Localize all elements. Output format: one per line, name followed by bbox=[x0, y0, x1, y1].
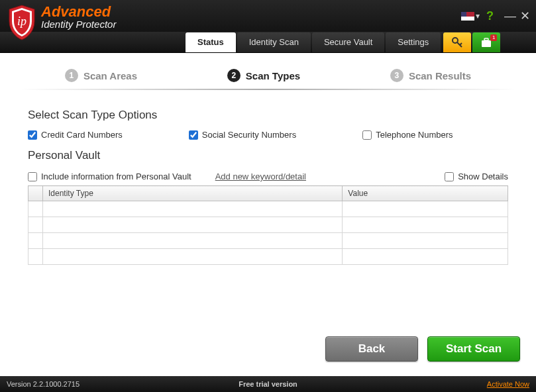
vault-row: Include information from Personal Vault … bbox=[28, 172, 508, 181]
vault-table: Identity Type Value bbox=[28, 185, 508, 265]
cart-button[interactable]: 1 bbox=[472, 32, 500, 52]
brand-subtitle: Identity Protector bbox=[41, 19, 116, 29]
footer-buttons: Back Start Scan bbox=[325, 336, 520, 362]
heading-scan-type: Select Scan Type Options bbox=[28, 109, 508, 122]
svg-text:ip: ip bbox=[17, 15, 27, 28]
svg-rect-2 bbox=[482, 40, 491, 47]
step-scan-types[interactable]: 2 Scan Types bbox=[227, 69, 300, 82]
checkbox-telephone[interactable]: Telephone Numbers bbox=[362, 130, 453, 140]
tabbar: Status Identity Scan Secure Vault Settin… bbox=[0, 32, 536, 53]
key-icon bbox=[451, 36, 464, 49]
brand-title: Advanced bbox=[41, 5, 116, 19]
checkbox-ssn[interactable]: Social Security Numbers bbox=[189, 130, 296, 140]
statusbar: Version 2.2.1000.2715 Free trial version… bbox=[0, 376, 536, 392]
table-row[interactable] bbox=[28, 249, 508, 265]
app-logo: ip Advanced Identity Protector bbox=[0, 0, 116, 32]
checkbox-include-vault[interactable]: Include information from Personal Vault bbox=[28, 172, 191, 181]
language-dropdown[interactable]: ▾ bbox=[476, 11, 480, 21]
svg-rect-3 bbox=[484, 38, 488, 40]
titlebar: ip Advanced Identity Protector ▾ ? — ✕ bbox=[0, 0, 536, 32]
back-button[interactable]: Back bbox=[325, 336, 418, 362]
content-pane: Select Scan Type Options Credit Card Num… bbox=[0, 90, 536, 265]
table-corner bbox=[28, 186, 43, 201]
version-label: Version 2.2.1000.2715 bbox=[7, 380, 80, 388]
key-button[interactable] bbox=[443, 32, 471, 52]
close-button[interactable]: ✕ bbox=[517, 9, 532, 23]
table-row[interactable] bbox=[28, 201, 508, 217]
table-row[interactable] bbox=[28, 217, 508, 233]
checkbox-credit-card[interactable]: Credit Card Numbers bbox=[28, 130, 123, 140]
checkbox-telephone-input[interactable] bbox=[362, 130, 372, 140]
checkbox-show-details-input[interactable] bbox=[445, 172, 454, 181]
table-row[interactable] bbox=[28, 233, 508, 249]
checkbox-show-details[interactable]: Show Details bbox=[445, 172, 508, 181]
tab-secure-vault[interactable]: Secure Vault bbox=[312, 32, 384, 52]
checkbox-credit-card-input[interactable] bbox=[28, 130, 37, 140]
link-add-keyword[interactable]: Add new keyword/detail bbox=[215, 172, 306, 181]
col-value[interactable]: Value bbox=[343, 186, 508, 201]
col-identity-type[interactable]: Identity Type bbox=[43, 186, 343, 201]
checkbox-include-vault-input[interactable] bbox=[28, 172, 37, 181]
tab-status[interactable]: Status bbox=[186, 32, 236, 52]
wizard-steps: 1 Scan Areas 2 Scan Types 3 Scan Results bbox=[0, 53, 536, 86]
checkbox-ssn-input[interactable] bbox=[189, 130, 198, 140]
shield-icon: ip bbox=[7, 4, 37, 41]
minimize-button[interactable]: — bbox=[503, 9, 517, 23]
cart-badge: 1 bbox=[490, 34, 497, 41]
help-button[interactable]: ? bbox=[486, 9, 494, 23]
step-scan-results[interactable]: 3 Scan Results bbox=[390, 69, 471, 82]
scan-type-options: Credit Card Numbers Social Security Numb… bbox=[28, 130, 508, 140]
flag-icon[interactable] bbox=[461, 12, 474, 21]
tab-settings[interactable]: Settings bbox=[386, 32, 441, 52]
svg-point-1 bbox=[453, 38, 458, 43]
trial-label: Free trial version bbox=[239, 380, 297, 388]
heading-personal-vault: Personal Vault bbox=[28, 149, 508, 162]
activate-link[interactable]: Activate Now bbox=[487, 380, 529, 388]
tab-identity-scan[interactable]: Identity Scan bbox=[237, 32, 311, 52]
start-scan-button[interactable]: Start Scan bbox=[427, 336, 520, 362]
step-scan-areas[interactable]: 1 Scan Areas bbox=[65, 69, 137, 82]
